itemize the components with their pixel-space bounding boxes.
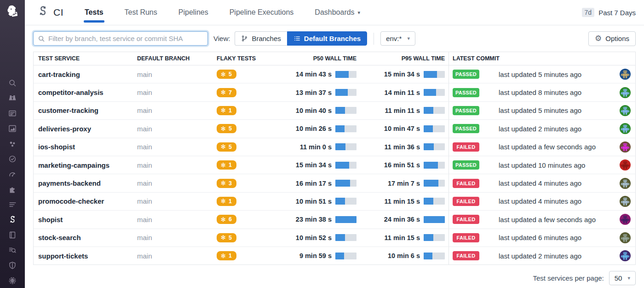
- tab-dashboards[interactable]: Dashboards▾: [309, 0, 366, 25]
- snowflake-icon: ✻: [221, 126, 226, 132]
- p95-bar: [424, 143, 445, 150]
- service-name[interactable]: stock-search: [38, 234, 81, 241]
- service-name[interactable]: customer-tracking: [38, 106, 98, 114]
- committer-avatar[interactable]: [620, 232, 631, 243]
- committer-avatar[interactable]: [620, 105, 631, 116]
- col-test-service: TEST SERVICE: [34, 52, 137, 65]
- committer-avatar[interactable]: [620, 159, 631, 170]
- flaky-tests-badge[interactable]: ✻ 6: [217, 215, 236, 224]
- p50-bar: [335, 89, 356, 96]
- committer-avatar[interactable]: [620, 214, 631, 225]
- service-name[interactable]: marketing-campaings: [38, 161, 109, 169]
- table-row[interactable]: deliveries-proxy main ✻ 5 10 min 26 s 10…: [34, 120, 635, 138]
- flaky-tests-badge[interactable]: ✻ 1: [217, 197, 236, 206]
- last-updated-text: last updated 4 minutes ago: [499, 197, 581, 205]
- traces-filter-icon[interactable]: [8, 200, 17, 209]
- notebook-icon[interactable]: [8, 230, 17, 240]
- p50-bar: [335, 234, 356, 241]
- committer-avatar[interactable]: [620, 87, 631, 98]
- flaky-count: 1: [229, 198, 232, 205]
- default-branches-button[interactable]: Default Branches: [287, 31, 367, 46]
- p50-bar: [335, 162, 356, 169]
- network-globe-icon[interactable]: [8, 276, 17, 285]
- log-explorer-icon[interactable]: [8, 246, 17, 255]
- table-row[interactable]: support-tickets main ✻ 1 9 min 59 s 10 m…: [34, 247, 635, 264]
- branches-button[interactable]: Branches: [235, 31, 287, 46]
- committer-avatar[interactable]: [620, 196, 631, 207]
- snowflake-icon: ✻: [221, 180, 226, 186]
- table-row[interactable]: competitor-analysis main ✻ 7 13 min 37 s…: [34, 83, 635, 101]
- service-name[interactable]: ios-shopist: [38, 143, 75, 151]
- snowflake-icon: ✻: [221, 144, 226, 150]
- last-updated-text: last updated 6 minutes ago: [499, 234, 581, 241]
- flaky-tests-badge[interactable]: ✻ 5: [217, 233, 236, 242]
- commit-status-badge: PASSED: [453, 124, 479, 133]
- table-row[interactable]: cart-tracking main ✻ 5 14 min 43 s 15 mi…: [34, 65, 635, 83]
- p95-wall-time: 15 min 34 s: [384, 71, 420, 78]
- commit-status-badge: FAILED: [453, 179, 479, 188]
- table-row[interactable]: customer-tracking main ✻ 1 10 min 40 s 1…: [34, 102, 635, 120]
- flaky-tests-badge[interactable]: ✻ 3: [217, 179, 236, 188]
- service-name[interactable]: deliveries-proxy: [38, 125, 91, 133]
- flaky-tests-badge[interactable]: ✻ 5: [217, 124, 236, 133]
- tab-tests[interactable]: Tests: [79, 0, 109, 25]
- time-range[interactable]: 7d Past 7 Days: [582, 8, 636, 17]
- search-icon[interactable]: [8, 78, 17, 88]
- p50-bar: [335, 253, 356, 259]
- processes-hexagons-icon[interactable]: [8, 139, 17, 148]
- divider: [374, 33, 374, 45]
- events-list-icon[interactable]: [8, 109, 17, 118]
- service-name[interactable]: competitor-analysis: [38, 88, 104, 96]
- options-button[interactable]: ⚙ Options: [588, 31, 636, 46]
- flaky-tests-badge[interactable]: ✻ 1: [217, 160, 236, 170]
- tab-test-runs[interactable]: Test Runs: [119, 0, 163, 25]
- flaky-tests-badge[interactable]: ✻ 1: [217, 251, 236, 260]
- metrics-chart-icon[interactable]: [8, 124, 17, 133]
- p95-wall-time: 11 min 15 s: [385, 234, 420, 241]
- table-row[interactable]: payments-backend main ✻ 3 16 min 17 s 17…: [34, 174, 635, 192]
- ci-loop-icon[interactable]: [8, 215, 17, 224]
- committer-avatar[interactable]: [620, 250, 631, 261]
- service-name[interactable]: shopist: [38, 216, 63, 223]
- committer-avatar[interactable]: [620, 141, 631, 153]
- apm-gauge-icon[interactable]: [8, 170, 17, 179]
- flaky-tests-badge[interactable]: ✻ 1: [217, 106, 236, 115]
- service-name[interactable]: cart-tracking: [38, 71, 80, 78]
- datadog-logo[interactable]: [0, 0, 25, 25]
- branch-name: main: [137, 161, 152, 169]
- filter-search-input[interactable]: [48, 35, 203, 42]
- committer-avatar[interactable]: [620, 178, 631, 189]
- search-box[interactable]: [33, 31, 208, 46]
- integrations-puzzle-icon[interactable]: [8, 185, 17, 194]
- flaky-tests-badge[interactable]: ✻ 5: [217, 142, 236, 152]
- table-row[interactable]: shopist main ✻ 6 23 min 38 s 24 min 36 s…: [34, 211, 635, 229]
- time-range-badge[interactable]: 7d: [582, 8, 595, 17]
- table-row[interactable]: stock-search main ✻ 5 10 min 52 s 11 min…: [34, 229, 635, 247]
- time-range-label[interactable]: Past 7 Days: [598, 9, 636, 17]
- table-row[interactable]: promocode-checker main ✻ 1 10 min 51 s 1…: [34, 193, 635, 211]
- main-column: CI TestsTest RunsPipelinesPipeline Execu…: [25, 0, 644, 288]
- service-name[interactable]: promocode-checker: [38, 197, 104, 205]
- env-filter-dropdown[interactable]: env:* ▾: [380, 31, 415, 46]
- table-body: cart-tracking main ✻ 5 14 min 43 s 15 mi…: [34, 65, 635, 264]
- p95-bar: [424, 180, 445, 187]
- flaky-count: 5: [229, 144, 232, 150]
- monitors-check-icon[interactable]: [8, 154, 17, 164]
- p50-bar: [335, 198, 356, 205]
- tab-pipeline-executions[interactable]: Pipeline Executions: [224, 0, 299, 25]
- table-row[interactable]: ios-shopist main ✻ 5 11 min 0 s 11 min 3…: [34, 138, 635, 156]
- service-name[interactable]: payments-backend: [38, 179, 101, 187]
- p50-wall-time: 13 min 37 s: [296, 89, 332, 96]
- service-name[interactable]: support-tickets: [38, 252, 88, 260]
- security-shield-icon[interactable]: [8, 261, 17, 270]
- watchdog-binoculars-icon[interactable]: [8, 94, 17, 103]
- snowflake-icon: ✻: [221, 162, 226, 168]
- committer-avatar[interactable]: [620, 123, 631, 134]
- tab-pipelines[interactable]: Pipelines: [173, 0, 214, 25]
- table-row[interactable]: marketing-campaings main ✻ 1 15 min 34 s…: [34, 156, 635, 174]
- committer-avatar[interactable]: [620, 69, 631, 80]
- flaky-tests-badge[interactable]: ✻ 7: [217, 88, 236, 97]
- flaky-tests-badge[interactable]: ✻ 5: [217, 70, 236, 79]
- snowflake-icon: ✻: [221, 235, 226, 241]
- per-page-select[interactable]: 50 ▾: [609, 271, 636, 285]
